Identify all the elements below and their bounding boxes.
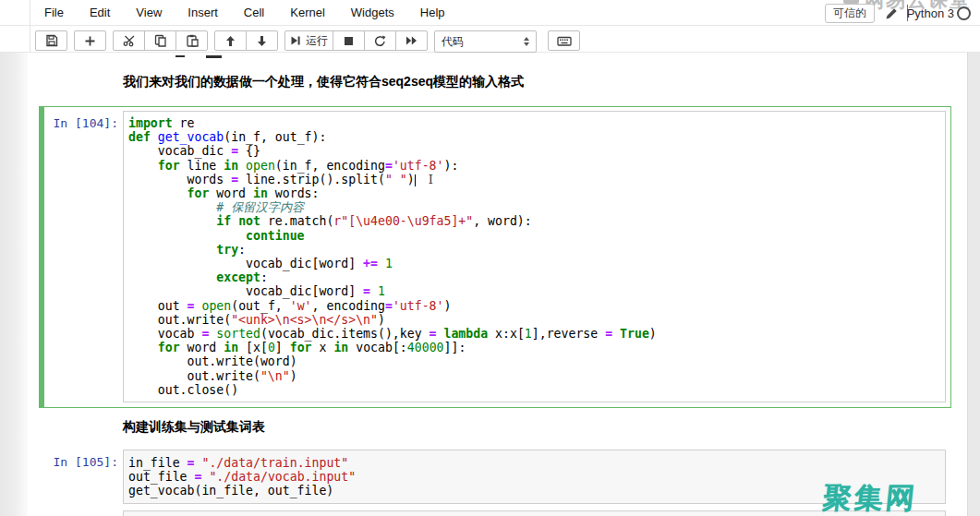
restart-kernel-button[interactable] [364,30,396,51]
interrupt-kernel-button[interactable] [333,30,365,51]
code-line: vocab_dic[word] += 1 [128,257,941,270]
kernel-name: Python 3 [907,6,954,20]
next-cell-partial[interactable] [123,510,946,516]
menu-item-view[interactable]: View [136,6,162,19]
toolbar: 运行 代码 [0,26,980,53]
run-button-label: 运行 [306,33,328,49]
markdown-text: 我们来对我们的数据做一个处理，使得它符合seq2seq模型的输入格式 [123,74,524,89]
save-icon [45,34,58,47]
trusted-badge: 可信的 [825,4,875,23]
code-line: in_file = "./data/train.input" [128,456,941,470]
code-line: vocab = sorted(vocab_dic.items(),key = l… [128,327,941,341]
copy-cell-button[interactable] [144,30,176,51]
code-line: out_file = "./data/vocab.input" [128,470,941,484]
command-palette-button[interactable] [548,30,580,51]
menu-item-kernel[interactable]: Kernel [290,6,325,19]
code-line: try: [128,243,941,257]
input-prompt: In [104]: [39,116,118,130]
left-gutter [0,53,28,516]
code-line: out.write("\n") [128,369,941,383]
menu-item-cell[interactable]: Cell [244,6,264,19]
markdown-cell[interactable]: 我们来对我们的数据做一个处理，使得它符合seq2seq模型的输入格式 [123,74,524,90]
kernel-idle-indicator-icon [957,6,971,20]
code-line: out.write("<unk>\n<s>\n</s>\n") [128,313,941,327]
code-line: except: [128,270,941,284]
code-input-area[interactable]: import redef get_vocab(in_f, out_f): voc… [123,111,946,402]
menu-item-insert[interactable]: Insert [188,6,218,19]
code-line: words = line.strip().split(" ")I [128,173,941,186]
code-line: import re [128,116,941,130]
pencil-icon [885,7,899,23]
add-cell-button[interactable] [74,30,106,51]
ibeam-pointer-icon: I [429,173,433,186]
menu-item-help[interactable]: Help [420,6,445,19]
code-line: out.write(word) [128,354,941,368]
dropdown-spinner-icon [524,37,529,46]
paste-icon [186,34,199,47]
scissors-icon [123,34,136,47]
code-line: continue [128,229,941,243]
save-button[interactable] [35,30,67,51]
code-line: for word in words: [128,186,941,200]
menu-item-widgets[interactable]: Widgets [351,6,394,19]
vertical-scrollbar[interactable] [967,53,980,516]
code-line: out = open(out_f, 'w', encoding='utf-8') [128,299,941,313]
move-cell-up-button[interactable] [214,30,247,51]
code-line: vocab_dic = {} [128,144,941,158]
code-line: get_vocab(in_file, out_file) [128,484,941,498]
arrow-up-icon [224,35,236,47]
run-cell-button[interactable]: 运行 [284,30,333,51]
trusted-badge-label: 可信的 [833,6,866,21]
code-line: out.close() [128,383,941,397]
code-line: for line in open(in_f, encoding='utf-8')… [128,159,941,173]
edit-title-button[interactable] [885,6,899,24]
code-line: for word in [x[0] for x in vocab[:40000]… [128,341,941,354]
menu-item-file[interactable]: File [44,6,64,19]
plus-icon [84,35,96,47]
header-left-divider [30,0,30,52]
arrow-down-icon [256,35,268,47]
stop-icon [344,36,354,46]
refresh-icon [374,35,386,47]
markdown-text: 构建训练集与测试集词表 [123,419,265,434]
clipped-content-fragment [206,55,222,58]
menu-item-edit[interactable]: Edit [90,6,110,19]
text-cursor [415,174,416,186]
selected-cell-bar [40,107,44,407]
fast-forward-icon [405,35,417,46]
code-line: if not re.match(r"[\u4e00-\u9fa5]+", wor… [128,214,941,228]
cell-type-dropdown[interactable]: 代码 [434,30,537,53]
code-input-area[interactable]: in_file = "./data/train.input"out_file =… [123,450,946,504]
code-line: vocab_dic[word] = 1 [128,284,941,298]
code-line: def get_vocab(in_f, out_f): [128,130,941,144]
input-prompt: In [105]: [39,455,118,469]
clipped-content-fragment [175,55,185,57]
cell-type-value: 代码 [442,34,464,50]
paste-cell-button[interactable] [175,30,208,51]
cut-cell-button[interactable] [113,30,145,51]
step-forward-icon [290,35,301,46]
markdown-cell[interactable]: 构建训练集与测试集词表 [123,419,265,436]
copy-icon [154,34,167,47]
code-line: # 保留汉字内容 [128,200,941,214]
keyboard-icon [557,35,572,47]
move-cell-down-button[interactable] [246,30,278,51]
restart-run-all-button[interactable] [395,30,428,51]
